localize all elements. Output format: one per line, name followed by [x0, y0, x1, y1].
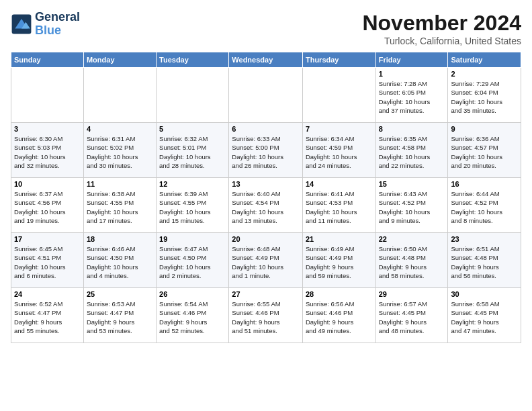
day-cell-14: 14Sunrise: 6:41 AM Sunset: 4:53 PM Dayli… [302, 178, 375, 233]
column-header-friday: Friday [375, 52, 448, 68]
day-info: Sunrise: 6:40 AM Sunset: 4:54 PM Dayligh… [232, 189, 300, 225]
day-info: Sunrise: 7:29 AM Sunset: 6:04 PM Dayligh… [451, 79, 518, 115]
day-info: Sunrise: 6:36 AM Sunset: 4:57 PM Dayligh… [451, 134, 518, 170]
column-header-sunday: Sunday [11, 52, 84, 68]
day-info: Sunrise: 6:45 AM Sunset: 4:51 PM Dayligh… [14, 244, 81, 280]
day-number: 4 [87, 125, 153, 133]
logo-text: General Blue [35, 11, 80, 38]
day-info: Sunrise: 6:33 AM Sunset: 5:00 PM Dayligh… [232, 134, 300, 170]
calendar-table: SundayMondayTuesdayWednesdayThursdayFrid… [11, 52, 521, 343]
day-info: Sunrise: 6:39 AM Sunset: 4:55 PM Dayligh… [159, 189, 226, 225]
day-cell-5: 5Sunrise: 6:32 AM Sunset: 5:01 PM Daylig… [157, 123, 229, 178]
day-number: 9 [451, 125, 518, 133]
day-cell-12: 12Sunrise: 6:39 AM Sunset: 4:55 PM Dayli… [157, 178, 229, 233]
day-info: Sunrise: 6:34 AM Sunset: 4:59 PM Dayligh… [306, 134, 373, 170]
day-info: Sunrise: 6:49 AM Sunset: 4:49 PM Dayligh… [306, 244, 373, 280]
day-number: 13 [232, 180, 300, 188]
day-cell-28: 28Sunrise: 6:56 AM Sunset: 4:46 PM Dayli… [302, 288, 375, 343]
day-number: 5 [159, 125, 226, 133]
day-cell-11: 11Sunrise: 6:38 AM Sunset: 4:55 PM Dayli… [83, 178, 156, 233]
day-number: 22 [379, 235, 445, 243]
day-info: Sunrise: 6:55 AM Sunset: 4:46 PM Dayligh… [232, 300, 300, 335]
title-block: November 2024 Turlock, California, Unite… [362, 11, 521, 46]
day-cell-8: 8Sunrise: 6:35 AM Sunset: 4:58 PM Daylig… [375, 123, 448, 178]
day-number: 7 [306, 125, 373, 133]
day-info: Sunrise: 6:50 AM Sunset: 4:48 PM Dayligh… [379, 244, 445, 280]
day-cell-2: 2Sunrise: 7:29 AM Sunset: 6:04 PM Daylig… [448, 68, 521, 123]
day-cell-10: 10Sunrise: 6:37 AM Sunset: 4:56 PM Dayli… [11, 178, 84, 233]
day-info: Sunrise: 7:28 AM Sunset: 6:05 PM Dayligh… [379, 79, 445, 115]
day-number: 20 [232, 235, 300, 243]
day-number: 28 [306, 290, 373, 298]
day-cell-27: 27Sunrise: 6:55 AM Sunset: 4:46 PM Dayli… [229, 288, 303, 343]
day-number: 21 [306, 235, 373, 243]
day-info: Sunrise: 6:46 AM Sunset: 4:50 PM Dayligh… [87, 244, 153, 280]
day-info: Sunrise: 6:37 AM Sunset: 4:56 PM Dayligh… [14, 189, 81, 225]
day-info: Sunrise: 6:57 AM Sunset: 4:45 PM Dayligh… [379, 300, 445, 335]
day-cell-15: 15Sunrise: 6:43 AM Sunset: 4:52 PM Dayli… [375, 178, 448, 233]
day-number: 27 [232, 290, 300, 298]
day-number: 3 [14, 125, 81, 133]
day-number: 29 [379, 290, 445, 298]
day-cell-17: 17Sunrise: 6:45 AM Sunset: 4:51 PM Dayli… [11, 233, 84, 288]
day-cell-26: 26Sunrise: 6:54 AM Sunset: 4:46 PM Dayli… [157, 288, 229, 343]
column-header-wednesday: Wednesday [229, 52, 303, 68]
empty-cell [11, 68, 84, 123]
empty-cell [229, 68, 303, 123]
day-cell-19: 19Sunrise: 6:47 AM Sunset: 4:50 PM Dayli… [157, 233, 229, 288]
day-cell-7: 7Sunrise: 6:34 AM Sunset: 4:59 PM Daylig… [302, 123, 375, 178]
day-cell-3: 3Sunrise: 6:30 AM Sunset: 5:03 PM Daylig… [11, 123, 84, 178]
day-number: 25 [87, 290, 153, 298]
day-number: 19 [159, 235, 226, 243]
day-info: Sunrise: 6:41 AM Sunset: 4:53 PM Dayligh… [306, 189, 373, 225]
day-info: Sunrise: 6:52 AM Sunset: 4:47 PM Dayligh… [14, 300, 81, 335]
day-cell-24: 24Sunrise: 6:52 AM Sunset: 4:47 PM Dayli… [11, 288, 84, 343]
day-cell-4: 4Sunrise: 6:31 AM Sunset: 5:02 PM Daylig… [83, 123, 156, 178]
day-cell-9: 9Sunrise: 6:36 AM Sunset: 4:57 PM Daylig… [448, 123, 521, 178]
day-info: Sunrise: 6:51 AM Sunset: 4:48 PM Dayligh… [451, 244, 518, 280]
day-number: 6 [232, 125, 300, 133]
day-info: Sunrise: 6:32 AM Sunset: 5:01 PM Dayligh… [159, 134, 226, 170]
day-cell-23: 23Sunrise: 6:51 AM Sunset: 4:48 PM Dayli… [448, 233, 521, 288]
day-number: 24 [14, 290, 81, 298]
empty-cell [157, 68, 229, 123]
day-info: Sunrise: 6:53 AM Sunset: 4:47 PM Dayligh… [87, 300, 153, 335]
column-header-thursday: Thursday [302, 52, 375, 68]
logo: General Blue [11, 11, 80, 38]
day-number: 12 [159, 180, 226, 188]
column-header-saturday: Saturday [448, 52, 521, 68]
day-cell-29: 29Sunrise: 6:57 AM Sunset: 4:45 PM Dayli… [375, 288, 448, 343]
day-number: 18 [87, 235, 153, 243]
day-number: 15 [379, 180, 445, 188]
day-number: 17 [14, 235, 81, 243]
month-title: November 2024 [362, 11, 521, 36]
day-info: Sunrise: 6:38 AM Sunset: 4:55 PM Dayligh… [87, 189, 153, 225]
day-cell-20: 20Sunrise: 6:48 AM Sunset: 4:49 PM Dayli… [229, 233, 303, 288]
day-cell-16: 16Sunrise: 6:44 AM Sunset: 4:52 PM Dayli… [448, 178, 521, 233]
day-info: Sunrise: 6:31 AM Sunset: 5:02 PM Dayligh… [87, 134, 153, 170]
day-number: 11 [87, 180, 153, 188]
day-number: 26 [159, 290, 226, 298]
column-header-tuesday: Tuesday [157, 52, 229, 68]
day-cell-13: 13Sunrise: 6:40 AM Sunset: 4:54 PM Dayli… [229, 178, 303, 233]
day-number: 16 [451, 180, 518, 188]
day-cell-6: 6Sunrise: 6:33 AM Sunset: 5:00 PM Daylig… [229, 123, 303, 178]
day-number: 10 [14, 180, 81, 188]
day-info: Sunrise: 6:54 AM Sunset: 4:46 PM Dayligh… [159, 300, 226, 335]
day-number: 14 [306, 180, 373, 188]
day-cell-21: 21Sunrise: 6:49 AM Sunset: 4:49 PM Dayli… [302, 233, 375, 288]
day-info: Sunrise: 6:44 AM Sunset: 4:52 PM Dayligh… [451, 189, 518, 225]
day-number: 2 [451, 70, 518, 78]
day-number: 1 [379, 70, 445, 78]
day-cell-1: 1Sunrise: 7:28 AM Sunset: 6:05 PM Daylig… [375, 68, 448, 123]
day-info: Sunrise: 6:58 AM Sunset: 4:45 PM Dayligh… [451, 300, 518, 335]
day-cell-18: 18Sunrise: 6:46 AM Sunset: 4:50 PM Dayli… [83, 233, 156, 288]
page-header: General Blue November 2024 Turlock, Cali… [11, 11, 521, 46]
day-cell-22: 22Sunrise: 6:50 AM Sunset: 4:48 PM Dayli… [375, 233, 448, 288]
column-header-monday: Monday [83, 52, 156, 68]
day-cell-30: 30Sunrise: 6:58 AM Sunset: 4:45 PM Dayli… [448, 288, 521, 343]
day-number: 23 [451, 235, 518, 243]
day-number: 30 [451, 290, 518, 298]
day-info: Sunrise: 6:30 AM Sunset: 5:03 PM Dayligh… [14, 134, 81, 170]
day-info: Sunrise: 6:47 AM Sunset: 4:50 PM Dayligh… [159, 244, 226, 280]
